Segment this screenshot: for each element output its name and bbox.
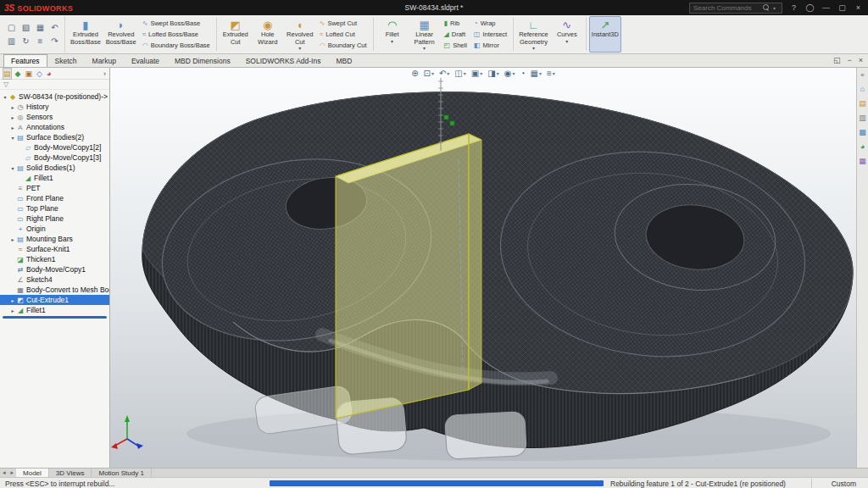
rollback-bar[interactable] [3,316,107,319]
drag-handle[interactable] [450,121,454,125]
tree-item-history[interactable]: ▸◷History [0,102,109,112]
revolved-boss-base-button[interactable]: ◗RevolvedBoss/Base [103,16,139,53]
new-icon[interactable]: ▢ [6,22,17,33]
displaymanager-tab[interactable]: ◕ [47,69,51,79]
save-icon[interactable]: ▦ [35,22,46,33]
tab-mbd-dimensions[interactable]: MBD Dimensions [167,54,238,67]
tab-scroll-right-button[interactable]: ▸ [8,469,17,477]
apply-scene-icon[interactable]: ▦▾ [531,69,542,78]
tab-solidworks-add-ins[interactable]: SOLIDWORKS Add-Ins [238,54,329,67]
dropdown-caret-icon[interactable]: ▾ [565,39,568,44]
solidworks-resources-icon[interactable]: ⌂ [860,85,865,93]
view-settings-icon[interactable]: ≡▾ [547,69,555,78]
featuremanager-tab[interactable]: ▤ [3,69,11,79]
viewport-minimize-button[interactable]: − [847,56,851,64]
lofted-cut-button[interactable]: ≈Lofted Cut [320,30,367,40]
close-button[interactable]: × [853,3,864,12]
tree-item-thicken1[interactable]: ◪Thicken1 [0,254,109,264]
rebuild-icon[interactable]: ↻ [20,36,31,47]
tree-item-body-move-copy1[interactable]: ⇄Body-Move/Copy1 [0,264,109,274]
maximize-button[interactable]: ▢ [837,3,848,12]
expand-arrow-icon[interactable]: ▾ [2,94,8,100]
expand-arrow-icon[interactable]: ▸ [9,125,16,130]
tree-item-sketch4[interactable]: ∠Sketch4 [0,274,109,285]
tree-item-top-plane[interactable]: ▭Top Plane [0,203,109,214]
appearances-scenes-icon[interactable]: ◕ [860,142,865,151]
draft-button[interactable]: ◢Draft [444,30,467,40]
tree-item-right-plane[interactable]: ▭Right Plane [0,214,109,224]
viewport-3d-scene[interactable] [110,68,856,468]
intersect-button[interactable]: ◫Intersect [474,30,507,40]
options-icon[interactable]: ≡ [35,36,46,47]
expand-arrow-icon[interactable]: ▸ [9,104,16,110]
wrap-button[interactable]: ◔Wrap [474,19,507,29]
undo-icon[interactable]: ↶ [49,22,60,33]
extruded-cut-button[interactable]: ◩ExtrudedCut [220,16,252,53]
tree-item-fillet1[interactable]: ◢Fillet1 [0,173,109,183]
tree-filter-bar[interactable]: ▽ [0,80,109,90]
shell-button[interactable]: ◰Shell [444,41,467,51]
dropdown-caret-icon[interactable]: ▾ [423,46,426,51]
expand-arrow-icon[interactable]: ▸ [9,297,16,303]
tab-mbd[interactable]: MBD [328,54,359,67]
revolved-cut-button[interactable]: ◖RevolvedCut▾ [284,16,316,53]
tree-item-body-move-copy1-2[interactable]: ▱Body-Move/Copy1[2] [0,142,109,152]
tab-scroll-left-button[interactable]: ◂ [0,469,8,477]
filter-icon[interactable]: ▽ [3,80,8,88]
zoom-fit-icon[interactable]: ⊕ [411,69,418,78]
tree-item-surface-knit1[interactable]: ≈Surface-Knit1 [0,244,109,254]
dropdown-caret-icon[interactable]: ▾ [391,39,393,44]
minimize-button[interactable]: — [821,3,832,12]
zoom-area-icon[interactable]: ⊡▾ [424,69,434,78]
tree-item-sensors[interactable]: ▸◎Sensors [0,112,109,122]
tree-item-origin[interactable]: +Origin [0,224,109,234]
rib-button[interactable]: ▮Rib [444,19,467,29]
configurationmanager-tab[interactable]: ▣ [25,69,32,79]
search-icon[interactable] [763,4,770,11]
hide-show-items-icon[interactable]: ◉▾ [504,69,515,78]
drag-handle[interactable] [444,115,448,119]
bottom-tab-model[interactable]: Model [16,469,49,477]
linear-pattern-button[interactable]: ▦LinearPattern▾ [409,16,441,53]
reference-geometry-button[interactable]: ∟ReferenceGeometry▾ [516,16,551,53]
viewport-close-button[interactable]: × [859,56,863,64]
graphics-area[interactable]: ⊕⊡▾↶▾◫▾▣▾◨▾◉▾◔▦▾≡▾ [110,68,856,468]
expand-arrow-icon[interactable]: ▸ [9,308,16,313]
search-caret-icon[interactable]: ▾ [773,5,776,11]
section-view-icon[interactable]: ◫▾ [454,69,465,78]
design-library-icon[interactable]: ▤ [859,99,866,108]
dimxpertmanager-tab[interactable]: ◇ [36,69,42,79]
user-profile-button[interactable]: ◯ [804,3,815,12]
tree-item-front-plane[interactable]: ▭Front Plane [0,193,109,203]
help-button[interactable]: ? [788,3,799,12]
previous-view-icon[interactable]: ↶▾ [439,69,449,78]
expand-arrow-icon[interactable]: ▾ [9,135,16,141]
tab-sketch[interactable]: Sketch [47,54,85,67]
tree-item-pet[interactable]: ≡PET [0,183,109,193]
open-icon[interactable]: ▧ [20,22,31,33]
cut-extrude-preview[interactable] [336,134,481,419]
tree-item-cut-extrude1[interactable]: ▸◩Cut-Extrude1 [0,295,109,305]
file-explorer-icon[interactable]: ▥ [859,114,866,122]
tree-item-mounting-bars[interactable]: ▸▤Mounting Bars [0,234,109,244]
custom-properties-icon[interactable]: ▦ [859,157,866,165]
tree-item-solid-bodies-1[interactable]: ▾▤Solid Bodies(1) [0,163,109,173]
dropdown-caret-icon[interactable]: ▾ [532,46,535,51]
redo-icon[interactable]: ↷ [49,36,60,47]
view-orientation-icon[interactable]: ▣▾ [471,69,482,78]
tree-item-body-convert-to-mesh-body1[interactable]: ▦Body-Convert to Mesh Body1 [0,285,109,295]
tree-item-annotations[interactable]: ▸AAnnotations [0,122,109,132]
extruded-boss-base-button[interactable]: ▮ExtrudedBoss/Base [68,16,103,53]
propertymanager-tab[interactable]: ◆ [15,69,21,79]
boundary-cut-button[interactable]: ◠Boundary Cut [320,41,367,51]
display-style-icon[interactable]: ◨▾ [487,69,498,78]
bottom-tab-3d-views[interactable]: 3D Views [49,469,92,477]
tree-item-surface-bodies-2[interactable]: ▾▤Surface Bodies(2) [0,132,109,142]
edit-appearance-icon[interactable]: ◔ [520,69,525,78]
tab-features[interactable]: Features [3,54,47,67]
view-palette-icon[interactable]: ▩ [859,128,866,136]
hole-wizard-button[interactable]: ◉HoleWizard [252,16,284,53]
swept-boss-base-button[interactable]: ∿Swept Boss/Base [142,19,210,29]
taskpane-collapse-button[interactable]: « [860,71,864,79]
tab-markup[interactable]: Markup [85,54,124,67]
